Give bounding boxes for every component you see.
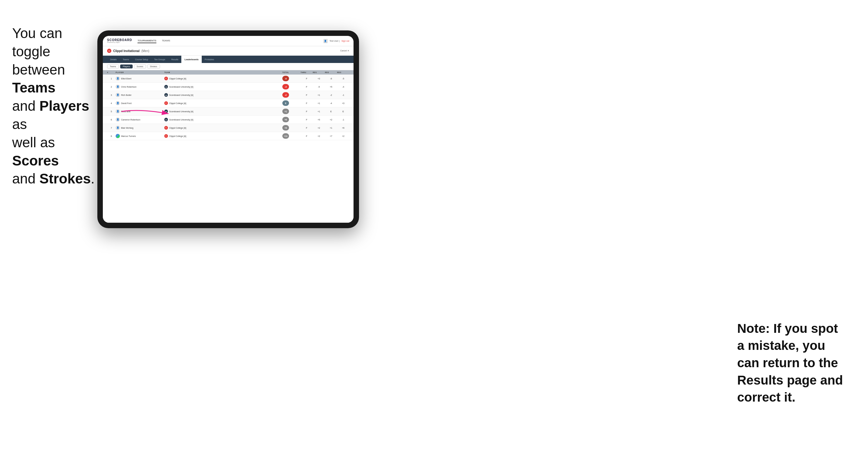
players-bold: Players (39, 98, 89, 114)
leaderboard-table: # PLAYER TEAM TOTAL THRU RD1 RD2 RD3 1 👤… (103, 70, 353, 223)
table-row: 8 Marcus Turners C Clippd College [A] +1… (103, 132, 353, 140)
team-logo-2: ▬ (164, 85, 168, 89)
score-badge-5: +1 (282, 108, 289, 114)
tablet-frame: SCOREBOARD Powered by clippd TOURNAMENTS… (97, 30, 359, 228)
thru-3: F (301, 94, 313, 96)
user-icon: 👤 (323, 39, 328, 43)
player-cell-1: 👤 Elliot Ebert (116, 76, 164, 81)
avatar-5: 👤 (116, 109, 120, 114)
rd3-3: -1 (337, 94, 349, 96)
col-total: TOTAL (282, 71, 301, 73)
player-cell-7: 👤 Blair McHarg (116, 126, 164, 130)
nav-link-tournaments[interactable]: TOURNAMENTS (137, 39, 156, 43)
rd3-1: -5 (337, 77, 349, 80)
logo-area: SCOREBOARD Powered by clippd (107, 39, 132, 43)
team-logo-1: C (164, 77, 168, 80)
tab-course-setup[interactable]: Course Setup (132, 56, 151, 63)
score-badge-7: +8 (282, 125, 289, 130)
table-row: 5 👤 Rees Britt ▬ Scoreboard University [… (103, 107, 353, 116)
cancel-button[interactable]: Cancel ✕ (340, 50, 349, 52)
rd2-8: +7 (325, 135, 337, 137)
thru-2: F (301, 86, 313, 88)
left-annotation: You can toggle between Teams and Players… (12, 24, 100, 188)
rd1-8: +2 (313, 135, 325, 137)
tablet-screen: SCOREBOARD Powered by clippd TOURNAMENTS… (103, 36, 353, 223)
rd2-1: -6 (325, 77, 337, 80)
rank-8: 8 (107, 135, 116, 137)
total-5: +1 (282, 108, 301, 114)
rd1-1: +3 (313, 77, 325, 80)
table-row: 1 👤 Elliot Ebert C Clippd College [A] -8… (103, 74, 353, 83)
rd1-5: +1 (313, 111, 325, 113)
rd3-5: E (337, 111, 349, 113)
toggle-players-button[interactable]: Players (120, 64, 133, 68)
rd2-5: E (325, 111, 337, 113)
thru-4: F (301, 102, 313, 104)
col-rd2: RD2 (325, 71, 337, 73)
rank-5: 5 (107, 111, 116, 113)
tab-tee-groups[interactable]: Tee Groups (151, 56, 168, 63)
player-name-3: Rich Butler (121, 94, 131, 96)
team-cell-1: C Clippd College [A] (164, 77, 282, 80)
player-name-2: Chris Robertson (121, 86, 136, 88)
player-name-5: Rees Britt (121, 111, 130, 113)
toggle-teams-button[interactable]: Teams (107, 64, 119, 68)
rd1-2: -5 (313, 86, 325, 88)
thru-7: F (301, 127, 313, 129)
rd2-3: -2 (325, 94, 337, 96)
col-team: TEAM (164, 71, 282, 73)
tab-details[interactable]: Details (107, 56, 120, 63)
tab-printables[interactable]: Printables (202, 56, 217, 63)
tab-teams[interactable]: Teams (120, 56, 132, 63)
total-3: -2 (282, 92, 301, 98)
team-logo-3: ▬ (164, 93, 168, 97)
thru-1: F (301, 77, 313, 80)
team-cell-3: ▬ Scoreboard University [A] (164, 93, 282, 97)
sign-out-link[interactable]: Sign out (341, 40, 349, 42)
tab-bar: Details Teams Course Setup Tee Groups Re… (103, 56, 353, 63)
col-player: PLAYER (116, 71, 164, 73)
rd2-7: +1 (325, 127, 337, 129)
tournament-header: C Clippd Invitational (Men) Cancel ✕ (103, 46, 353, 56)
team-logo-6: ▬ (164, 118, 168, 121)
rd1-7: +2 (313, 127, 325, 129)
score-badge-1: -8 (282, 76, 289, 81)
team-cell-5: ▬ Scoreboard University [A] (164, 110, 282, 113)
player-cell-4: 👤 David Ford (116, 101, 164, 105)
col-rd3: RD3 (337, 71, 349, 73)
player-cell-3: 👤 Rich Butler (116, 93, 164, 97)
rank-7: 7 (107, 127, 116, 129)
rd2-4: -4 (325, 102, 337, 104)
rd3-4: +3 (337, 102, 349, 104)
thru-5: F (301, 111, 313, 113)
team-logo-5: ▬ (164, 110, 168, 113)
team-logo-4: C (164, 101, 168, 105)
nav-link-teams[interactable]: TEAMS (162, 39, 170, 43)
total-1: -8 (282, 76, 301, 81)
toggle-scores-button[interactable]: Scores (134, 64, 146, 68)
team-cell-4: C Clippd College [A] (164, 101, 282, 105)
score-badge-2: -4 (282, 84, 289, 89)
tab-leaderboards[interactable]: Leaderboards (181, 56, 202, 63)
tab-results[interactable]: Results (168, 56, 181, 63)
team-cell-6: ▬ Scoreboard University [A] (164, 118, 282, 121)
rd3-6: -1 (337, 119, 349, 121)
team-cell-2: ▬ Scoreboard University [A] (164, 85, 282, 89)
rd1-6: +5 (313, 119, 325, 121)
table-row: 4 👤 David Ford C Clippd College [A] E F … (103, 99, 353, 107)
table-row: 7 👤 Blair McHarg C Clippd College [A] +8… (103, 124, 353, 132)
team-logo-7: C (164, 126, 168, 130)
rd3-7: +6 (337, 127, 349, 129)
avatar-6: 👤 (116, 118, 120, 122)
rd3-2: -4 (337, 86, 349, 88)
avatar-7: 👤 (116, 126, 120, 130)
col-rank: # (107, 71, 116, 73)
total-8: +11 (282, 133, 301, 139)
scores-bold: Scores (12, 153, 59, 168)
logo-sub: Powered by clippd (107, 42, 132, 43)
toggle-strokes-button[interactable]: Strokes (147, 64, 160, 68)
col-thru: THRU (301, 71, 313, 73)
rd2-2: +5 (325, 86, 337, 88)
teams-bold: Teams (12, 80, 55, 96)
player-name-1: Elliot Ebert (121, 77, 131, 80)
